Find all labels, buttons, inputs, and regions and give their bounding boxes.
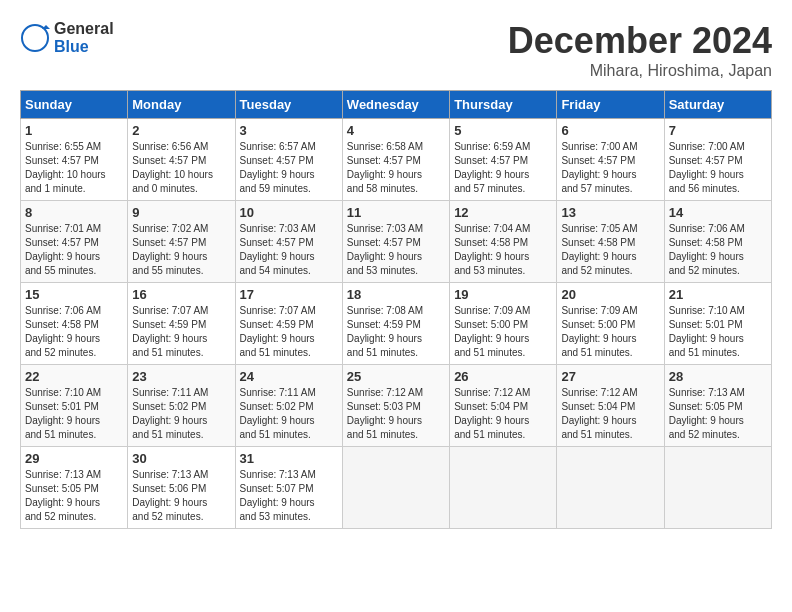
col-tuesday: Tuesday	[235, 91, 342, 119]
table-row: 23 Sunrise: 7:11 AM Sunset: 5:02 PM Dayl…	[128, 365, 235, 447]
calendar-week-2: 8 Sunrise: 7:01 AM Sunset: 4:57 PM Dayli…	[21, 201, 772, 283]
col-wednesday: Wednesday	[342, 91, 449, 119]
day-number: 2	[132, 123, 230, 138]
table-row: 10 Sunrise: 7:03 AM Sunset: 4:57 PM Dayl…	[235, 201, 342, 283]
day-number: 20	[561, 287, 659, 302]
table-row: 4 Sunrise: 6:58 AM Sunset: 4:57 PM Dayli…	[342, 119, 449, 201]
day-info: Sunrise: 7:09 AM Sunset: 5:00 PM Dayligh…	[561, 304, 659, 360]
day-number: 23	[132, 369, 230, 384]
table-row: 14 Sunrise: 7:06 AM Sunset: 4:58 PM Dayl…	[664, 201, 771, 283]
calendar-week-5: 29 Sunrise: 7:13 AM Sunset: 5:05 PM Dayl…	[21, 447, 772, 529]
calendar-table: Sunday Monday Tuesday Wednesday Thursday…	[20, 90, 772, 529]
day-info: Sunrise: 7:10 AM Sunset: 5:01 PM Dayligh…	[669, 304, 767, 360]
day-info: Sunrise: 7:07 AM Sunset: 4:59 PM Dayligh…	[240, 304, 338, 360]
day-info: Sunrise: 7:03 AM Sunset: 4:57 PM Dayligh…	[347, 222, 445, 278]
day-info: Sunrise: 7:04 AM Sunset: 4:58 PM Dayligh…	[454, 222, 552, 278]
day-number: 24	[240, 369, 338, 384]
day-info: Sunrise: 7:13 AM Sunset: 5:05 PM Dayligh…	[669, 386, 767, 442]
table-row: 9 Sunrise: 7:02 AM Sunset: 4:57 PM Dayli…	[128, 201, 235, 283]
day-info: Sunrise: 6:57 AM Sunset: 4:57 PM Dayligh…	[240, 140, 338, 196]
day-number: 19	[454, 287, 552, 302]
table-row: 13 Sunrise: 7:05 AM Sunset: 4:58 PM Dayl…	[557, 201, 664, 283]
day-number: 12	[454, 205, 552, 220]
day-info: Sunrise: 7:07 AM Sunset: 4:59 PM Dayligh…	[132, 304, 230, 360]
table-row: 27 Sunrise: 7:12 AM Sunset: 5:04 PM Dayl…	[557, 365, 664, 447]
logo: General Blue	[20, 20, 114, 56]
day-info: Sunrise: 7:08 AM Sunset: 4:59 PM Dayligh…	[347, 304, 445, 360]
col-friday: Friday	[557, 91, 664, 119]
table-row: 11 Sunrise: 7:03 AM Sunset: 4:57 PM Dayl…	[342, 201, 449, 283]
day-number: 10	[240, 205, 338, 220]
day-info: Sunrise: 7:09 AM Sunset: 5:00 PM Dayligh…	[454, 304, 552, 360]
calendar-week-1: 1 Sunrise: 6:55 AM Sunset: 4:57 PM Dayli…	[21, 119, 772, 201]
day-info: Sunrise: 7:05 AM Sunset: 4:58 PM Dayligh…	[561, 222, 659, 278]
header-row: Sunday Monday Tuesday Wednesday Thursday…	[21, 91, 772, 119]
day-info: Sunrise: 6:59 AM Sunset: 4:57 PM Dayligh…	[454, 140, 552, 196]
day-info: Sunrise: 7:13 AM Sunset: 5:06 PM Dayligh…	[132, 468, 230, 524]
day-info: Sunrise: 7:06 AM Sunset: 4:58 PM Dayligh…	[25, 304, 123, 360]
day-info: Sunrise: 6:55 AM Sunset: 4:57 PM Dayligh…	[25, 140, 123, 196]
table-row: 17 Sunrise: 7:07 AM Sunset: 4:59 PM Dayl…	[235, 283, 342, 365]
table-row: 15 Sunrise: 7:06 AM Sunset: 4:58 PM Dayl…	[21, 283, 128, 365]
table-row: 1 Sunrise: 6:55 AM Sunset: 4:57 PM Dayli…	[21, 119, 128, 201]
day-number: 18	[347, 287, 445, 302]
table-row	[342, 447, 449, 529]
day-info: Sunrise: 7:06 AM Sunset: 4:58 PM Dayligh…	[669, 222, 767, 278]
table-row	[450, 447, 557, 529]
table-row: 19 Sunrise: 7:09 AM Sunset: 5:00 PM Dayl…	[450, 283, 557, 365]
day-info: Sunrise: 6:58 AM Sunset: 4:57 PM Dayligh…	[347, 140, 445, 196]
table-row: 6 Sunrise: 7:00 AM Sunset: 4:57 PM Dayli…	[557, 119, 664, 201]
table-row: 25 Sunrise: 7:12 AM Sunset: 5:03 PM Dayl…	[342, 365, 449, 447]
table-row: 7 Sunrise: 7:00 AM Sunset: 4:57 PM Dayli…	[664, 119, 771, 201]
calendar-week-3: 15 Sunrise: 7:06 AM Sunset: 4:58 PM Dayl…	[21, 283, 772, 365]
table-row: 3 Sunrise: 6:57 AM Sunset: 4:57 PM Dayli…	[235, 119, 342, 201]
day-number: 1	[25, 123, 123, 138]
table-row: 22 Sunrise: 7:10 AM Sunset: 5:01 PM Dayl…	[21, 365, 128, 447]
day-number: 9	[132, 205, 230, 220]
table-row: 16 Sunrise: 7:07 AM Sunset: 4:59 PM Dayl…	[128, 283, 235, 365]
day-number: 6	[561, 123, 659, 138]
table-row: 2 Sunrise: 6:56 AM Sunset: 4:57 PM Dayli…	[128, 119, 235, 201]
day-number: 5	[454, 123, 552, 138]
day-info: Sunrise: 7:13 AM Sunset: 5:07 PM Dayligh…	[240, 468, 338, 524]
day-info: Sunrise: 7:00 AM Sunset: 4:57 PM Dayligh…	[561, 140, 659, 196]
day-number: 30	[132, 451, 230, 466]
table-row: 29 Sunrise: 7:13 AM Sunset: 5:05 PM Dayl…	[21, 447, 128, 529]
table-row: 8 Sunrise: 7:01 AM Sunset: 4:57 PM Dayli…	[21, 201, 128, 283]
day-info: Sunrise: 7:12 AM Sunset: 5:04 PM Dayligh…	[561, 386, 659, 442]
day-number: 7	[669, 123, 767, 138]
table-row: 21 Sunrise: 7:10 AM Sunset: 5:01 PM Dayl…	[664, 283, 771, 365]
day-number: 4	[347, 123, 445, 138]
table-row: 31 Sunrise: 7:13 AM Sunset: 5:07 PM Dayl…	[235, 447, 342, 529]
day-info: Sunrise: 7:11 AM Sunset: 5:02 PM Dayligh…	[240, 386, 338, 442]
table-row: 30 Sunrise: 7:13 AM Sunset: 5:06 PM Dayl…	[128, 447, 235, 529]
day-number: 27	[561, 369, 659, 384]
month-title: December 2024	[508, 20, 772, 62]
day-number: 26	[454, 369, 552, 384]
table-row	[664, 447, 771, 529]
day-info: Sunrise: 7:12 AM Sunset: 5:03 PM Dayligh…	[347, 386, 445, 442]
day-number: 17	[240, 287, 338, 302]
day-info: Sunrise: 7:02 AM Sunset: 4:57 PM Dayligh…	[132, 222, 230, 278]
location-title: Mihara, Hiroshima, Japan	[508, 62, 772, 80]
table-row: 28 Sunrise: 7:13 AM Sunset: 5:05 PM Dayl…	[664, 365, 771, 447]
table-row: 18 Sunrise: 7:08 AM Sunset: 4:59 PM Dayl…	[342, 283, 449, 365]
col-saturday: Saturday	[664, 91, 771, 119]
day-info: Sunrise: 7:10 AM Sunset: 5:01 PM Dayligh…	[25, 386, 123, 442]
table-row: 12 Sunrise: 7:04 AM Sunset: 4:58 PM Dayl…	[450, 201, 557, 283]
day-number: 31	[240, 451, 338, 466]
day-info: Sunrise: 7:12 AM Sunset: 5:04 PM Dayligh…	[454, 386, 552, 442]
logo-general: General	[54, 20, 114, 37]
day-number: 22	[25, 369, 123, 384]
day-number: 3	[240, 123, 338, 138]
day-info: Sunrise: 7:03 AM Sunset: 4:57 PM Dayligh…	[240, 222, 338, 278]
day-number: 21	[669, 287, 767, 302]
day-number: 28	[669, 369, 767, 384]
logo-blue: Blue	[54, 38, 89, 55]
table-row: 26 Sunrise: 7:12 AM Sunset: 5:04 PM Dayl…	[450, 365, 557, 447]
day-number: 15	[25, 287, 123, 302]
day-number: 25	[347, 369, 445, 384]
day-number: 13	[561, 205, 659, 220]
table-row: 20 Sunrise: 7:09 AM Sunset: 5:00 PM Dayl…	[557, 283, 664, 365]
header: General Blue December 2024 Mihara, Hiros…	[20, 20, 772, 80]
